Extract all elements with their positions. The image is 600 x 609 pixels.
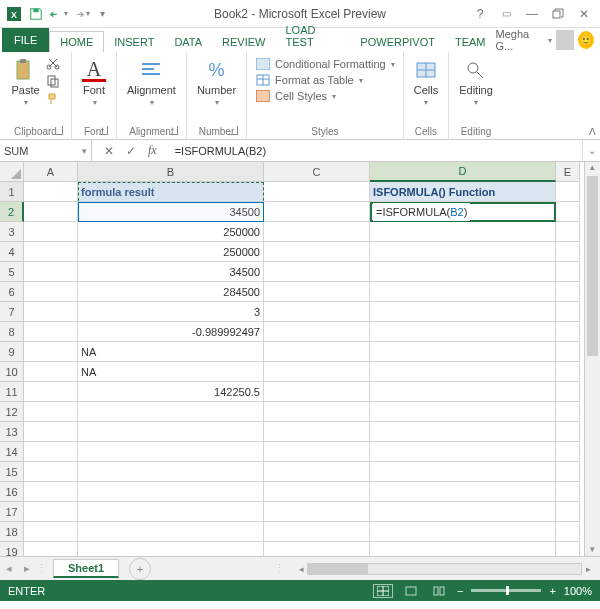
number-group-label: Number bbox=[195, 124, 238, 137]
svg-rect-2 bbox=[33, 8, 38, 12]
redo-icon[interactable]: ▾ bbox=[70, 4, 90, 24]
page-layout-view-icon[interactable] bbox=[401, 584, 421, 598]
svg-point-21 bbox=[468, 63, 478, 73]
qat-customize-icon[interactable]: ▾ bbox=[92, 4, 112, 24]
cells-group-label: Cells bbox=[412, 124, 440, 137]
svg-rect-27 bbox=[434, 587, 438, 595]
select-all-button[interactable] bbox=[0, 162, 24, 182]
feedback-icon[interactable]: 🙂 bbox=[578, 31, 594, 49]
svg-rect-28 bbox=[440, 587, 444, 595]
loadtest-tab[interactable]: LOAD TEST bbox=[276, 20, 351, 52]
excel-icon[interactable]: X bbox=[4, 4, 24, 24]
cells-button[interactable]: Cells▾ bbox=[412, 56, 440, 109]
expand-formula-bar-icon[interactable]: ⌄ bbox=[582, 140, 600, 161]
styles-group-label: Styles bbox=[255, 124, 395, 137]
window-title: Book2 - Microsoft Excel Preview bbox=[214, 7, 386, 21]
horizontal-scrollbar[interactable]: ◂▸ bbox=[295, 562, 594, 576]
sheet-nav-next-icon[interactable]: ▸ bbox=[18, 562, 36, 575]
normal-view-icon[interactable] bbox=[373, 584, 393, 598]
minimize-icon[interactable]: — bbox=[520, 4, 544, 24]
data-tab[interactable]: DATA bbox=[164, 32, 212, 52]
number-button[interactable]: % Number▾ bbox=[195, 56, 238, 109]
enter-formula-icon[interactable]: ✓ bbox=[126, 144, 136, 158]
insert-tab[interactable]: INSERT bbox=[104, 32, 164, 52]
format-as-table-button[interactable]: Format as Table▾ bbox=[255, 72, 395, 88]
format-painter-icon[interactable] bbox=[46, 92, 62, 108]
user-name: Megha G... bbox=[495, 28, 543, 52]
review-tab[interactable]: REVIEW bbox=[212, 32, 275, 52]
clipboard-group-label: Clipboard bbox=[8, 124, 63, 137]
avatar-icon[interactable] bbox=[556, 30, 574, 50]
alignment-group-label: Alignment bbox=[125, 124, 178, 137]
collapse-ribbon-icon[interactable]: ᐱ bbox=[589, 126, 596, 137]
svg-line-22 bbox=[477, 72, 483, 78]
editing-group-label: Editing bbox=[457, 124, 495, 137]
save-icon[interactable] bbox=[26, 4, 46, 24]
powerpivot-tab[interactable]: POWERPIVOT bbox=[350, 32, 445, 52]
copy-icon[interactable] bbox=[46, 74, 62, 90]
row-headers[interactable]: 12345678910111213141516171819 bbox=[0, 182, 24, 556]
zoom-slider[interactable] bbox=[471, 589, 541, 592]
sheet-tab[interactable]: Sheet1 bbox=[53, 559, 119, 578]
editing-button[interactable]: Editing▾ bbox=[457, 56, 495, 109]
svg-rect-13 bbox=[256, 58, 270, 70]
svg-rect-3 bbox=[553, 11, 560, 18]
zoom-out-button[interactable]: − bbox=[457, 585, 463, 597]
fx-icon[interactable]: fx bbox=[148, 143, 157, 158]
svg-rect-26 bbox=[406, 587, 416, 595]
svg-rect-17 bbox=[256, 90, 270, 102]
home-tab[interactable]: HOME bbox=[49, 31, 104, 53]
help-icon[interactable]: ? bbox=[468, 4, 492, 24]
paste-button[interactable]: Paste▾ bbox=[9, 56, 41, 109]
alignment-button[interactable]: Alignment▾ bbox=[125, 56, 178, 109]
page-break-view-icon[interactable] bbox=[429, 584, 449, 598]
cut-icon[interactable] bbox=[46, 56, 62, 72]
undo-icon[interactable]: ▾ bbox=[48, 4, 68, 24]
sheet-nav-prev-icon[interactable]: ◂ bbox=[0, 562, 18, 575]
svg-text:X: X bbox=[11, 9, 17, 19]
name-box[interactable]: SUM▾ bbox=[0, 140, 92, 161]
cancel-formula-icon[interactable]: ✕ bbox=[104, 144, 114, 158]
formula-bar[interactable] bbox=[169, 140, 582, 161]
column-headers[interactable]: A B C D E bbox=[24, 162, 580, 182]
zoom-level[interactable]: 100% bbox=[564, 585, 592, 597]
font-button[interactable]: A Font▾ bbox=[80, 56, 108, 109]
font-group-label: Font bbox=[80, 124, 108, 137]
conditional-formatting-button[interactable]: Conditional Formatting▾ bbox=[255, 56, 395, 72]
new-sheet-button[interactable]: + bbox=[129, 558, 151, 580]
restore-icon[interactable] bbox=[546, 4, 570, 24]
spreadsheet-grid[interactable]: formula resultISFORMULA() Function345002… bbox=[24, 182, 584, 556]
file-tab[interactable]: FILE bbox=[2, 28, 49, 52]
zoom-in-button[interactable]: + bbox=[549, 585, 555, 597]
svg-rect-4 bbox=[17, 61, 29, 79]
ribbon-options-icon[interactable]: ▭ bbox=[494, 4, 518, 24]
status-mode: ENTER bbox=[8, 585, 45, 597]
cell-styles-button[interactable]: Cell Styles▾ bbox=[255, 88, 395, 104]
svg-rect-5 bbox=[20, 59, 26, 63]
vertical-scrollbar[interactable]: ▴ ▾ bbox=[584, 162, 600, 556]
close-icon[interactable]: ✕ bbox=[572, 4, 596, 24]
team-tab[interactable]: TEAM bbox=[445, 32, 496, 52]
